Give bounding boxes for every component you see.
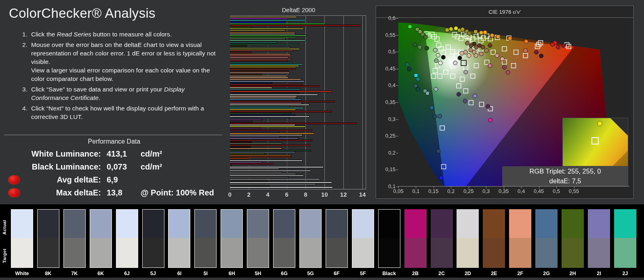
measured-point[interactable] <box>430 106 434 110</box>
patch-swatch[interactable] <box>562 209 584 268</box>
measured-point[interactable] <box>416 77 420 81</box>
patch-swatch[interactable] <box>509 209 531 268</box>
measured-point[interactable] <box>496 35 500 39</box>
patch-swatch[interactable] <box>535 209 558 268</box>
patch-swatch[interactable] <box>457 209 479 268</box>
performance-row: Black Luminance:0,073cd/m² <box>0 160 226 173</box>
measured-point[interactable] <box>490 33 494 37</box>
measured-point[interactable] <box>418 45 422 49</box>
measured-point[interactable] <box>433 115 437 119</box>
patch-swatch[interactable] <box>299 209 322 268</box>
measured-point[interactable] <box>474 30 478 34</box>
measured-point[interactable] <box>488 64 492 68</box>
measured-point[interactable] <box>465 41 469 45</box>
patch-swatch[interactable] <box>194 209 217 268</box>
measured-point[interactable] <box>458 56 462 60</box>
patch-swatch[interactable] <box>273 209 295 268</box>
measured-point[interactable] <box>469 48 473 52</box>
measured-point[interactable] <box>539 54 543 58</box>
patch-swatch[interactable] <box>247 209 269 268</box>
measured-point[interactable] <box>484 49 488 53</box>
measured-point[interactable] <box>433 48 437 52</box>
measured-point[interactable] <box>464 70 468 74</box>
measured-point[interactable] <box>414 73 418 77</box>
patch-swatch[interactable] <box>352 209 374 268</box>
measured-point[interactable] <box>467 53 471 57</box>
patch-swatch[interactable] <box>588 209 610 268</box>
measured-point[interactable] <box>486 104 490 108</box>
patch-swatch[interactable] <box>142 209 164 268</box>
measured-point[interactable] <box>439 176 443 180</box>
performance-label: Max deltaE: <box>23 188 101 197</box>
measured-point[interactable] <box>436 53 440 57</box>
measured-point[interactable] <box>474 53 478 57</box>
measured-point[interactable] <box>434 59 438 63</box>
measured-point[interactable] <box>508 36 512 40</box>
cie-plot-area[interactable]: 0,60,550,50,450,40,350,30,250,20,150,1 0… <box>398 18 629 187</box>
patch-swatch[interactable] <box>63 209 86 268</box>
measured-point[interactable] <box>550 42 554 47</box>
patch-label: 5I <box>194 271 217 276</box>
patch-swatch[interactable] <box>614 209 636 268</box>
measured-point[interactable] <box>467 31 471 35</box>
measured-point[interactable] <box>488 118 492 122</box>
measured-point[interactable] <box>408 25 412 29</box>
measured-point[interactable] <box>453 61 457 65</box>
measured-point[interactable] <box>460 51 464 55</box>
patch-swatch[interactable] <box>483 209 505 268</box>
patch-swatch[interactable] <box>37 209 59 268</box>
measured-point[interactable] <box>434 87 438 91</box>
measured-point[interactable] <box>406 63 410 67</box>
deltae-x-axis-labels: 02468101214 <box>230 191 366 199</box>
measured-point[interactable] <box>416 87 420 91</box>
measured-point[interactable] <box>483 30 487 34</box>
patch-label: 2E <box>483 271 505 276</box>
patch-target-color <box>195 238 216 267</box>
measured-point[interactable] <box>463 99 467 103</box>
patch-swatch[interactable] <box>168 209 190 268</box>
measured-point[interactable] <box>506 70 510 74</box>
measured-point[interactable] <box>445 28 449 32</box>
page-title: ColorChecker® Analysis <box>9 6 156 21</box>
deltae-chart-plot[interactable] <box>230 15 366 189</box>
measured-point[interactable] <box>413 43 417 47</box>
measured-point[interactable] <box>488 43 492 47</box>
color-patch: 2E <box>483 209 505 276</box>
patch-swatch[interactable] <box>378 209 400 268</box>
patch-swatch[interactable] <box>221 209 243 268</box>
patch-swatch[interactable] <box>90 209 112 268</box>
deltae-error-bar[interactable] <box>230 163 274 165</box>
patch-swatch[interactable] <box>11 209 33 268</box>
measured-point[interactable] <box>441 55 445 59</box>
measured-point[interactable] <box>407 67 411 71</box>
measured-point[interactable] <box>535 50 539 54</box>
measured-point[interactable] <box>500 57 504 61</box>
measured-point[interactable] <box>524 39 528 43</box>
measured-point[interactable] <box>438 61 442 65</box>
deltae-error-bar[interactable] <box>230 187 333 188</box>
measured-point[interactable] <box>425 91 429 95</box>
patch-swatch[interactable] <box>404 209 427 268</box>
measured-point[interactable] <box>461 27 465 31</box>
measured-point[interactable] <box>479 31 483 35</box>
patch-label: 2C <box>431 271 453 276</box>
measured-point[interactable] <box>556 45 560 49</box>
measured-point[interactable] <box>424 35 428 39</box>
measured-point[interactable] <box>502 65 506 69</box>
measured-point[interactable] <box>436 149 440 153</box>
measured-point[interactable] <box>524 49 528 53</box>
measured-point[interactable] <box>473 94 477 98</box>
patch-swatch[interactable] <box>116 209 138 268</box>
measured-point[interactable] <box>438 114 442 118</box>
measured-point[interactable] <box>425 46 429 50</box>
patch-actual-color <box>38 210 59 238</box>
measured-point[interactable] <box>449 27 453 31</box>
patch-swatch[interactable] <box>431 209 453 268</box>
measured-point[interactable] <box>457 92 461 96</box>
measured-point[interactable] <box>479 52 483 56</box>
measured-point[interactable] <box>495 53 499 57</box>
color-patch: 6H <box>221 209 243 276</box>
measured-point[interactable] <box>481 45 485 49</box>
measured-point[interactable] <box>561 43 565 47</box>
patch-swatch[interactable] <box>326 209 348 268</box>
